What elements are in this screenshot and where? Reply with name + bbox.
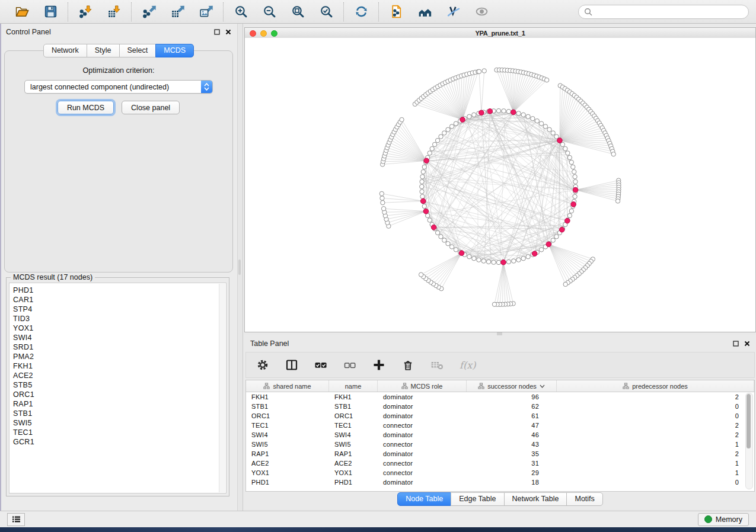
graph-node[interactable]: [563, 282, 567, 286]
refresh-layout-button[interactable]: [353, 4, 369, 20]
graph-node[interactable]: [492, 260, 496, 264]
graph-node[interactable]: [400, 117, 404, 121]
graph-node[interactable]: [521, 257, 525, 261]
mcds-result-item[interactable]: ORC1: [13, 390, 226, 399]
graph-node[interactable]: [566, 151, 570, 155]
graph-node[interactable]: [428, 151, 432, 155]
mcds-result-item[interactable]: STB1: [13, 409, 226, 418]
tab-node-table[interactable]: Node Table: [397, 492, 451, 506]
mcds-result-item[interactable]: GCR1: [13, 437, 226, 447]
save-session-button[interactable]: [42, 4, 59, 20]
table-scrollbar[interactable]: [745, 393, 753, 489]
graph-node[interactable]: [432, 142, 436, 146]
mcds-result-item[interactable]: PMA2: [13, 352, 226, 361]
share-document-button[interactable]: [388, 4, 404, 20]
table-row[interactable]: ORC1ORC1dominator610: [246, 411, 754, 421]
graph-node[interactable]: [435, 230, 439, 235]
graph-node[interactable]: [420, 175, 425, 179]
delete-row-button[interactable]: [401, 358, 414, 371]
mcds-result-item[interactable]: STP4: [13, 305, 226, 314]
graph-node[interactable]: [506, 259, 511, 264]
graph-node[interactable]: [442, 238, 446, 242]
column-header-predecessor-nodes[interactable]: predecessor nodes: [557, 380, 754, 392]
graph-node[interactable]: [567, 213, 572, 217]
graph-node[interactable]: [422, 204, 426, 208]
graph-node[interactable]: [430, 146, 434, 150]
tab-motifs[interactable]: Motifs: [566, 492, 602, 506]
column-header-MCDS-role[interactable]: MCDS role: [378, 380, 467, 392]
graph-node[interactable]: [449, 245, 454, 249]
graph-node[interactable]: [439, 134, 443, 139]
close-table-panel-button[interactable]: [744, 341, 750, 347]
graph-node[interactable]: [502, 109, 506, 113]
graph-node[interactable]: [442, 131, 446, 135]
zoom-selected-button[interactable]: [318, 4, 334, 20]
memory-button[interactable]: Memory: [698, 513, 749, 526]
export-network-button[interactable]: [141, 4, 157, 20]
zoom-fit-button[interactable]: [289, 4, 306, 20]
graph-node[interactable]: [381, 206, 385, 210]
float-table-panel-button[interactable]: [733, 341, 739, 347]
mcds-result-item[interactable]: PHD1: [13, 286, 226, 295]
criterion-dropdown[interactable]: largest connected component (undirected): [24, 80, 213, 94]
mcds-result-item[interactable]: SWI5: [13, 418, 226, 428]
table-row[interactable]: ACE2ACE2connector311: [246, 459, 754, 468]
graph-node[interactable]: [454, 121, 458, 126]
graph-node[interactable]: [439, 235, 443, 239]
zoom-in-button[interactable]: [232, 4, 249, 20]
tab-style[interactable]: Style: [87, 44, 120, 57]
graph-node[interactable]: [516, 111, 521, 116]
mcds-result-item[interactable]: SWI4: [13, 333, 226, 342]
mcds-result-item[interactable]: CAR1: [13, 295, 226, 305]
close-window-icon[interactable]: [250, 30, 256, 37]
graph-node[interactable]: [467, 255, 471, 259]
graph-node[interactable]: [492, 302, 496, 306]
graph-mcds-node[interactable]: [479, 110, 484, 116]
graph-node[interactable]: [435, 138, 439, 142]
close-panel-button[interactable]: [225, 29, 231, 35]
panel-splitter[interactable]: [237, 24, 243, 511]
graph-node[interactable]: [571, 165, 575, 169]
graph-node[interactable]: [539, 248, 543, 252]
close-panel-action-button[interactable]: Close panel: [122, 101, 180, 114]
table-row[interactable]: STB1STB1dominator620: [246, 402, 754, 411]
mcds-result-item[interactable]: YOX1: [13, 323, 226, 333]
export-image-button[interactable]: [197, 4, 214, 20]
tab-network[interactable]: Network: [43, 44, 87, 57]
mcds-result-item[interactable]: STB5: [13, 380, 226, 390]
graph-node[interactable]: [544, 78, 548, 82]
graph-node[interactable]: [422, 165, 426, 169]
graph-mcds-node[interactable]: [424, 158, 429, 164]
graph-node[interactable]: [572, 169, 576, 174]
maximize-window-icon[interactable]: [271, 30, 277, 37]
graph-node[interactable]: [526, 255, 530, 259]
graph-mcds-node[interactable]: [501, 259, 506, 265]
zoom-out-button[interactable]: [261, 4, 277, 20]
graph-node[interactable]: [521, 113, 525, 117]
graph-mcds-node[interactable]: [460, 117, 465, 123]
graph-node[interactable]: [554, 235, 559, 239]
graph-node[interactable]: [381, 200, 385, 204]
graph-node[interactable]: [569, 209, 573, 213]
graph-node[interactable]: [420, 194, 425, 198]
graph-mcds-node[interactable]: [431, 225, 436, 230]
task-history-button[interactable]: [7, 513, 25, 526]
graph-mcds-node[interactable]: [511, 110, 516, 115]
import-network-button[interactable]: [77, 4, 94, 20]
graph-node[interactable]: [420, 184, 424, 188]
graph-node[interactable]: [420, 190, 424, 194]
search-input[interactable]: [596, 7, 743, 17]
mcds-result-item[interactable]: ACE2: [13, 371, 226, 380]
graph-node[interactable]: [506, 109, 511, 113]
network-canvas[interactable]: [245, 38, 755, 332]
export-table-button[interactable]: [169, 4, 186, 20]
select-all-button[interactable]: [314, 358, 327, 371]
graph-node[interactable]: [615, 199, 620, 203]
graph-node[interactable]: [611, 152, 615, 156]
result-scrollbar[interactable]: [219, 284, 225, 492]
graph-node[interactable]: [477, 258, 481, 262]
hide-visual-properties-button[interactable]: [445, 4, 461, 20]
table-row[interactable]: YOX1YOX1connector291: [246, 468, 754, 477]
graph-node[interactable]: [454, 248, 458, 252]
graph-node[interactable]: [547, 127, 551, 132]
